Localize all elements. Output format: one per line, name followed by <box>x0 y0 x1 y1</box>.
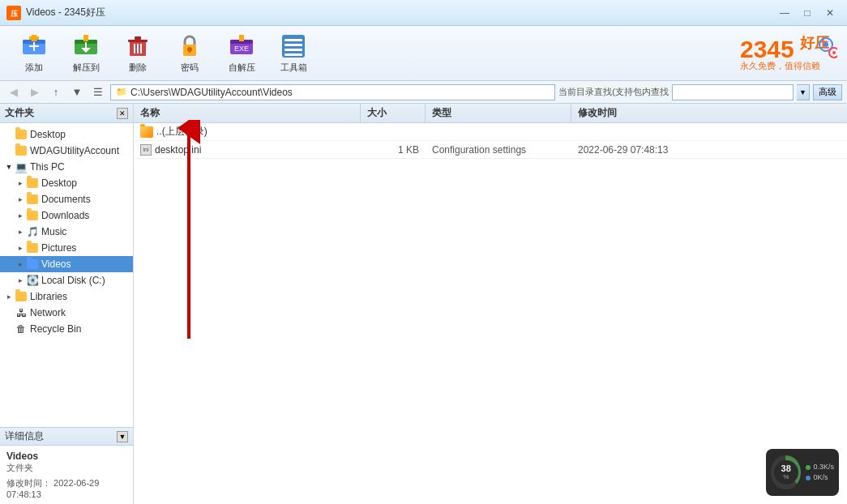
meter-speeds: 0.3K/s 0K/s <box>806 463 834 481</box>
table-row[interactable]: ini desktop.ini 1 KB Configuration setti… <box>134 141 847 159</box>
sidebar-item-desktop[interactable]: Desktop <box>0 126 133 143</box>
expander-thispc: ▼ <box>3 161 15 173</box>
expander-pictures: ▸ <box>15 242 26 254</box>
folder-icon-wdag <box>15 144 28 157</box>
sidebar: 文件夹 ✕ Desktop WDAGUtilityAccount ▼ 💻 Thi… <box>0 104 134 504</box>
sidebar-close-button[interactable]: ✕ <box>117 108 128 119</box>
svg-rect-30 <box>284 53 302 56</box>
label-pictures: Pictures <box>41 242 76 254</box>
brand-area: 2345 好压 永久免费，值得信赖 <box>740 32 837 75</box>
tools-label: 工具箱 <box>280 62 307 74</box>
ini-file-icon: ini <box>140 144 152 156</box>
detail-panel-toggle[interactable]: ▼ <box>117 431 128 442</box>
file-header: 名称 大小 类型 修改时间 <box>134 104 847 123</box>
sidebar-title: 文件夹 <box>5 106 34 120</box>
expander-libraries: ▸ <box>3 291 15 302</box>
extract-label: 解压到 <box>73 62 100 74</box>
svg-text:EXE: EXE <box>234 45 249 53</box>
file-list: ..(上层目录) ini desktop.ini 1 KB Configurat… <box>134 123 847 504</box>
col-name[interactable]: 名称 <box>134 104 361 122</box>
expander-recycle <box>3 323 15 335</box>
meter-percent-symbol: % <box>783 473 789 481</box>
network-meter: 38 % 0.3K/s 0K/s <box>766 449 839 496</box>
meter-percent: 38 <box>781 464 791 473</box>
folder-icon-videos <box>26 258 39 271</box>
download-dot <box>806 476 811 481</box>
svg-rect-5 <box>29 36 39 40</box>
detail-name: Videos <box>6 451 126 462</box>
selfextract-button[interactable]: EXE 自解压 <box>217 30 266 77</box>
restore-button[interactable]: □ <box>797 5 818 21</box>
col-size[interactable]: 大小 <box>361 104 426 122</box>
forward-button[interactable]: ▶ <box>26 83 44 101</box>
drive-icon: 💽 <box>26 274 39 287</box>
add-icon <box>21 33 47 59</box>
sidebar-item-pictures[interactable]: ▸ Pictures <box>0 240 133 256</box>
svg-rect-29 <box>284 49 302 51</box>
extract-button[interactable]: 解压到 <box>62 30 110 77</box>
sidebar-item-localdisk[interactable]: ▸ 💽 Local Disk (C:) <box>0 272 133 288</box>
svg-rect-14 <box>128 40 148 42</box>
svg-point-35 <box>823 42 828 47</box>
password-button[interactable]: 密码 <box>165 30 214 77</box>
delete-icon <box>125 33 151 59</box>
detail-date-label: 修改时间： <box>6 478 51 488</box>
svg-rect-10 <box>83 35 88 41</box>
upload-dot <box>806 465 811 470</box>
delete-button[interactable]: 删除 <box>113 30 162 77</box>
address-bar: ◀ ▶ ↑ ▼ ☰ 📁 C:\Users\WDAGUtilityAccount\… <box>0 81 847 104</box>
minimize-button[interactable]: — <box>774 5 795 21</box>
add-button[interactable]: 添加 <box>10 30 58 77</box>
expander-network <box>3 307 15 318</box>
password-label: 密码 <box>181 62 199 74</box>
sidebar-item-network[interactable]: 🖧 Network <box>0 305 133 321</box>
advanced-search-button[interactable]: 高级 <box>813 84 842 100</box>
extract-icon <box>73 33 99 59</box>
label-downloads: Downloads <box>41 210 89 221</box>
col-date[interactable]: 修改时间 <box>571 104 847 122</box>
detail-panel: 详细信息 ▼ Videos 文件夹 修改时间： 2022-06-29 07:48… <box>0 427 133 504</box>
window-controls: — □ ✕ <box>774 5 841 21</box>
svg-rect-21 <box>189 49 190 53</box>
sidebar-item-thispc[interactable]: ▼ 💻 This PC <box>0 159 133 175</box>
sidebar-item-documents[interactable]: ▸ Documents <box>0 191 133 207</box>
tools-icon <box>280 33 306 59</box>
path-folder-icon: 📁 <box>116 87 127 97</box>
upload-speed: 0.3K/s <box>813 463 834 471</box>
search-input[interactable] <box>672 84 794 100</box>
sidebar-item-desktop2[interactable]: ▸ Desktop <box>0 175 133 191</box>
svg-text:压: 压 <box>10 10 19 18</box>
sidebar-item-wdag[interactable]: WDAGUtilityAccount <box>0 143 133 159</box>
close-button[interactable]: ✕ <box>819 5 841 21</box>
pc-icon: 💻 <box>15 160 28 173</box>
download-speed: 0K/s <box>813 474 828 481</box>
search-dropdown[interactable]: ▼ <box>797 84 810 100</box>
detail-type: 文件夹 <box>6 462 126 474</box>
folder-icon-desktop <box>15 128 28 141</box>
menu-button[interactable]: ☰ <box>89 83 107 101</box>
file-name-parent: ..(上层目录) <box>134 125 361 139</box>
sidebar-item-libraries[interactable]: ▸ Libraries <box>0 288 133 305</box>
label-desktop: Desktop <box>30 129 66 140</box>
sidebar-item-music[interactable]: ▸ 🎵 Music <box>0 224 133 240</box>
sidebar-header: 文件夹 ✕ <box>0 104 133 123</box>
recent-button[interactable]: ▼ <box>68 83 86 101</box>
col-type[interactable]: 类型 <box>426 104 571 122</box>
up-button[interactable]: ↑ <box>47 83 65 101</box>
sidebar-item-downloads[interactable]: ▸ Downloads <box>0 207 133 224</box>
detail-date: 修改时间： 2022-06-29 07:48:13 <box>6 477 126 499</box>
svg-point-37 <box>832 51 836 54</box>
tools-button[interactable]: 工具箱 <box>269 30 318 77</box>
brand-logo: 2345 好压 永久免费，值得信赖 <box>740 32 837 75</box>
table-row[interactable]: ..(上层目录) <box>134 123 847 141</box>
add-label: 添加 <box>25 62 43 74</box>
delete-label: 删除 <box>129 62 147 74</box>
sidebar-item-videos[interactable]: ▸ Videos <box>0 256 133 272</box>
sidebar-item-recycle[interactable]: 🗑 Recycle Bin <box>0 321 133 337</box>
recycle-icon: 🗑 <box>15 322 28 335</box>
search-label: 当前目录直找(支持包内查找 <box>558 86 669 98</box>
address-path[interactable]: 📁 C:\Users\WDAGUtilityAccount\Videos <box>110 84 555 100</box>
back-button[interactable]: ◀ <box>5 83 23 101</box>
label-wdag: WDAGUtilityAccount <box>30 145 119 156</box>
expander-music: ▸ <box>15 226 26 237</box>
